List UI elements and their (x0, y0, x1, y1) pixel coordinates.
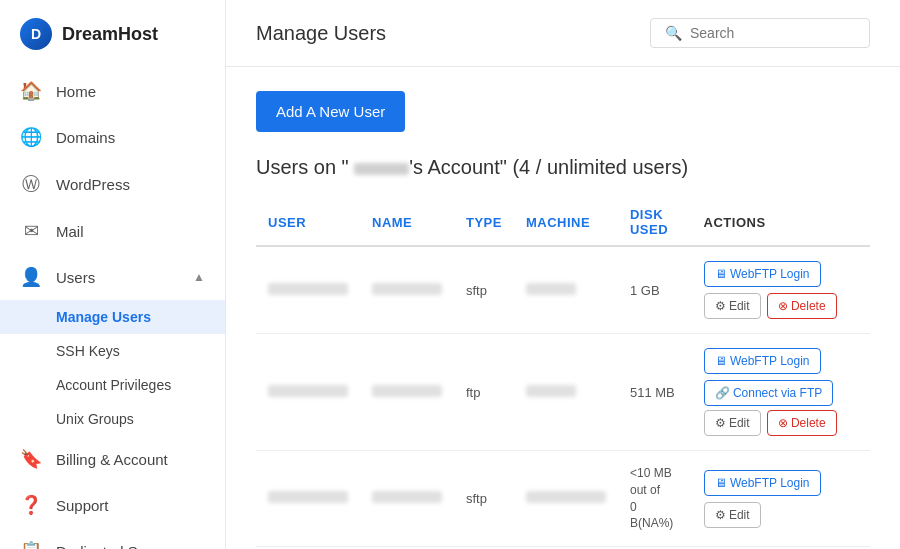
col-actions: ACTIONS (692, 199, 870, 246)
col-disk: DISK USED (618, 199, 692, 246)
edit-button[interactable]: ⚙ Edit (704, 410, 761, 436)
col-machine: MACHINE (514, 199, 618, 246)
search-input[interactable] (690, 25, 855, 41)
main-area: Manage Users 🔍 Add A New User Users on "… (226, 0, 900, 549)
logo-text: DreamHost (62, 24, 158, 45)
logo-icon: D (20, 18, 52, 50)
cell-actions: 🖥 WebFTP Login ⚙ Edit (692, 451, 870, 547)
col-type: TYPE (454, 199, 514, 246)
sidebar-item-billing[interactable]: 🔖 Billing & Account (0, 436, 225, 482)
sidebar-item-wordpress-label: WordPress (56, 176, 130, 193)
cell-disk: 511 MB (618, 334, 692, 451)
table-row: sftp 1 GB 🖥 WebFTP Login ⚙ Edit ⊗ Delete (256, 246, 870, 334)
cell-actions: 🖥 WebFTP Login 🔗 Connect via FTP ⚙ Edit … (692, 334, 870, 451)
sidebar-item-support-label: Support (56, 497, 109, 514)
cell-user (256, 334, 360, 451)
support-icon: ❓ (20, 494, 42, 516)
cell-actions: 🖥 WebFTP Login ⚙ Edit ⊗ Delete (692, 246, 870, 334)
cell-user (256, 246, 360, 334)
search-icon: 🔍 (665, 25, 682, 41)
webftp-login-button[interactable]: 🖥 WebFTP Login (704, 470, 821, 496)
wordpress-icon: Ⓦ (20, 172, 42, 196)
sidebar-item-home-label: Home (56, 83, 96, 100)
cell-machine (514, 246, 618, 334)
mail-icon: ✉ (20, 220, 42, 242)
col-name: NAME (360, 199, 454, 246)
sidebar-item-ssh-keys[interactable]: SSH Keys (0, 334, 225, 368)
sidebar-item-dedicated[interactable]: 📋 Dedicated Servers (0, 528, 225, 549)
cell-machine (514, 451, 618, 547)
logo-area: D DreamHost (0, 0, 225, 68)
users-icon: 👤 (20, 266, 42, 288)
sidebar: D DreamHost 🏠 Home 🌐 Domains Ⓦ WordPress… (0, 0, 226, 549)
sidebar-item-manage-users[interactable]: Manage Users (0, 300, 225, 334)
users-table: USER NAME TYPE MACHINE DISK USED ACTIONS… (256, 199, 870, 549)
col-user: USER (256, 199, 360, 246)
section-title: Users on " 's Account" (4 / unlimited us… (256, 156, 870, 179)
cell-disk: 1 GB (618, 246, 692, 334)
billing-icon: 🔖 (20, 448, 42, 470)
chevron-up-icon: ▲ (193, 270, 205, 284)
sidebar-item-unix-groups[interactable]: Unix Groups (0, 402, 225, 436)
webftp-login-button[interactable]: 🖥 WebFTP Login (704, 261, 821, 287)
cell-machine (514, 334, 618, 451)
edit-button[interactable]: ⚙ Edit (704, 293, 761, 319)
content-area: Add A New User Users on " 's Account" (4… (226, 67, 900, 549)
sidebar-item-support[interactable]: ❓ Support (0, 482, 225, 528)
cell-type: ftp (454, 334, 514, 451)
sidebar-item-wordpress[interactable]: Ⓦ WordPress (0, 160, 225, 208)
cell-type: sftp (454, 246, 514, 334)
delete-button[interactable]: ⊗ Delete (767, 410, 837, 436)
cell-disk: <10 MB out of0 B(NA%) (618, 451, 692, 547)
sidebar-item-users[interactable]: 👤 Users ▲ (0, 254, 225, 300)
sidebar-item-users-label: Users (56, 269, 95, 286)
search-box[interactable]: 🔍 (650, 18, 870, 48)
dedicated-icon: 📋 (20, 540, 42, 549)
home-icon: 🏠 (20, 80, 42, 102)
cell-name (360, 451, 454, 547)
connect-ftp-button[interactable]: 🔗 Connect via FTP (704, 380, 834, 406)
cell-name (360, 246, 454, 334)
sidebar-item-domains[interactable]: 🌐 Domains (0, 114, 225, 160)
edit-button[interactable]: ⚙ Edit (704, 502, 761, 528)
sidebar-item-dedicated-label: Dedicated Servers (56, 543, 179, 550)
domains-icon: 🌐 (20, 126, 42, 148)
webftp-login-button[interactable]: 🖥 WebFTP Login (704, 348, 821, 374)
cell-name (360, 334, 454, 451)
sidebar-item-mail-label: Mail (56, 223, 84, 240)
delete-button[interactable]: ⊗ Delete (767, 293, 837, 319)
page-title: Manage Users (256, 22, 386, 45)
top-bar: Manage Users 🔍 (226, 0, 900, 67)
sidebar-item-account-privileges[interactable]: Account Privileges (0, 368, 225, 402)
sidebar-item-billing-label: Billing & Account (56, 451, 168, 468)
table-row: sftp <10 MB out of0 B(NA%) 🖥 WebFTP Logi… (256, 451, 870, 547)
cell-type: sftp (454, 451, 514, 547)
cell-user (256, 451, 360, 547)
sidebar-item-mail[interactable]: ✉ Mail (0, 208, 225, 254)
sidebar-item-domains-label: Domains (56, 129, 115, 146)
sidebar-item-home[interactable]: 🏠 Home (0, 68, 225, 114)
users-subnav: Manage Users SSH Keys Account Privileges… (0, 300, 225, 436)
add-user-button[interactable]: Add A New User (256, 91, 405, 132)
table-row: ftp 511 MB 🖥 WebFTP Login 🔗 Connect via … (256, 334, 870, 451)
